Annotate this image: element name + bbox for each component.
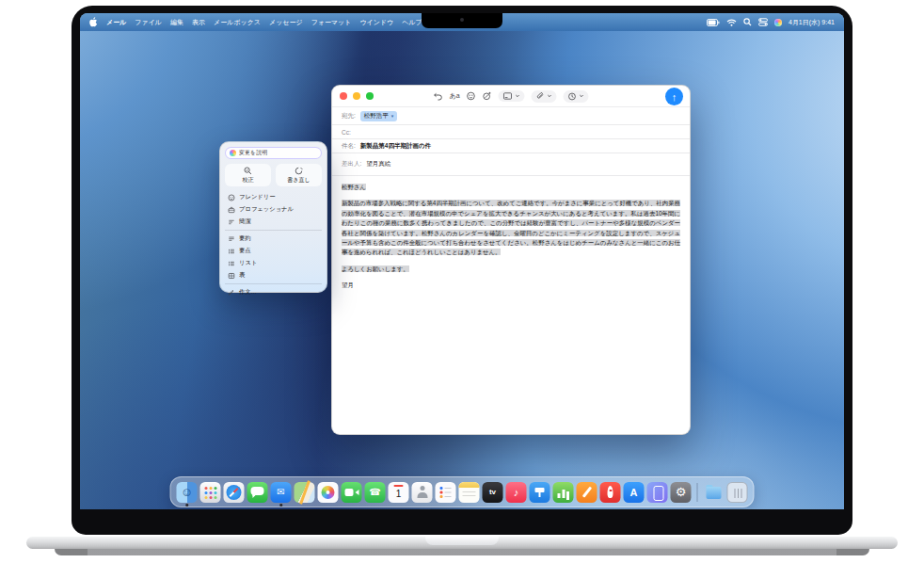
body-greeting: 松野さん xyxy=(342,184,366,190)
rewrite-label: 書き直し xyxy=(287,176,310,185)
menu-format[interactable]: フォーマット xyxy=(311,18,352,27)
close-button[interactable] xyxy=(340,92,347,100)
from-value: 望月真絵 xyxy=(366,160,390,169)
dock-icon-numbers[interactable] xyxy=(553,482,574,503)
chevron-down-icon xyxy=(516,94,520,98)
attach-file-button[interactable] xyxy=(532,90,557,103)
siri-apple-intelligence-icon[interactable] xyxy=(774,19,782,26)
dock-icon-reminders[interactable] xyxy=(436,482,456,503)
list-item-option[interactable]: リスト xyxy=(225,257,322,269)
menu-file[interactable]: ファイル xyxy=(135,18,162,27)
undo-button[interactable] xyxy=(433,92,442,101)
control-center-icon[interactable] xyxy=(758,18,768,26)
macbook-screenshot: メール ファイル 編集 表示 メールボックス メッセージ フォーマット ウインド… xyxy=(0,0,924,563)
compose-pencil-icon xyxy=(227,289,235,297)
menu-help[interactable]: ヘルプ xyxy=(402,18,422,27)
battery-icon[interactable] xyxy=(707,19,720,26)
dock-icon-safari[interactable] xyxy=(224,482,245,503)
dock-icon-iphone-mirroring[interactable] xyxy=(647,482,668,503)
divider xyxy=(225,283,322,284)
magnifier-check-icon xyxy=(244,167,252,175)
dock-icon-system-settings[interactable]: ⚙ xyxy=(671,482,692,503)
summary-icon xyxy=(227,235,235,243)
dock-icon-downloads[interactable] xyxy=(704,482,725,503)
proofread-label: 校正 xyxy=(243,176,254,185)
dock-icon-apple-tv[interactable]: tv xyxy=(483,482,503,503)
send-button[interactable]: ↑ xyxy=(665,88,683,105)
summary-label: 要約 xyxy=(239,234,251,243)
chevron-down-icon xyxy=(548,94,552,98)
cc-label: Cc: xyxy=(342,129,351,136)
dock: ☺ ✉ ☎ 1 tv ♪ A ⚙ xyxy=(170,476,755,507)
subject-field[interactable]: 件名: 新製品第4四半期計画の件 xyxy=(332,139,690,153)
menu-window[interactable]: ウインドウ xyxy=(359,18,393,27)
zoom-button[interactable] xyxy=(366,92,374,100)
summary-item[interactable]: 要約 xyxy=(225,233,322,245)
dock-icon-facetime[interactable] xyxy=(342,482,362,503)
dock-icon-phone[interactable]: ☎ xyxy=(365,482,386,503)
dock-icon-keynote[interactable] xyxy=(530,482,550,503)
message-body[interactable]: 松野さん 新製品の市場参入戦略に関する第4四半期計画について、改めてご連絡です。… xyxy=(332,176,690,303)
macbook-base-notch xyxy=(425,537,499,545)
describe-change-placeholder: 変更を説明 xyxy=(239,149,267,157)
key-points-item[interactable]: 要点 xyxy=(225,245,322,257)
tone-concise-label: 簡潔 xyxy=(239,217,251,226)
to-field[interactable]: 宛先: 松野浩平 ▾ xyxy=(332,107,690,125)
tone-professional-item[interactable]: プロフェッショナル xyxy=(225,203,322,216)
menu-mailbox[interactable]: メールボックス xyxy=(214,18,261,27)
concise-lines-icon xyxy=(227,218,235,226)
menu-view[interactable]: 表示 xyxy=(192,18,205,27)
table-item[interactable]: 表 xyxy=(225,269,322,282)
cc-field[interactable]: Cc: xyxy=(332,125,690,139)
body-paragraph: 新製品の市場参入戦略に関する第4四半期計画について、改めてご連絡です。今がまさに… xyxy=(342,200,680,255)
dock-icon-photos[interactable] xyxy=(318,482,339,503)
rewrite-button[interactable]: 書き直し xyxy=(276,164,322,186)
writing-tools-button[interactable] xyxy=(483,91,492,101)
dock-icon-mail[interactable]: ✉ xyxy=(271,482,292,503)
tone-professional-label: プロフェッショナル xyxy=(239,205,294,214)
compose-item[interactable]: 作文… xyxy=(225,286,322,298)
dock-icon-rocket-app[interactable] xyxy=(600,482,621,503)
divider xyxy=(225,230,322,231)
dock-icon-music[interactable]: ♪ xyxy=(506,482,527,503)
menu-bar-clock[interactable]: 4月1日(水) 9:41 xyxy=(789,18,835,27)
briefcase-icon xyxy=(227,206,235,214)
menu-message[interactable]: メッセージ xyxy=(269,18,303,27)
send-later-button[interactable] xyxy=(564,90,589,103)
minimize-button[interactable] xyxy=(353,92,360,100)
proofread-button[interactable]: 校正 xyxy=(225,164,271,186)
dock-icon-calendar[interactable]: 1 xyxy=(389,482,409,503)
apple-menu-icon[interactable] xyxy=(89,17,98,28)
body-closing: よろしくお願いします。 xyxy=(342,265,409,272)
mail-compose-window: あa ↑ 宛先: 松野浩平 ▾ Cc: 件名: xyxy=(331,85,691,435)
apple-intelligence-icon xyxy=(230,150,236,156)
spotlight-search-icon[interactable] xyxy=(743,18,752,26)
recipient-token[interactable]: 松野浩平 ▾ xyxy=(360,111,398,121)
running-indicator xyxy=(185,504,188,507)
dock-icon-pages[interactable] xyxy=(577,482,597,503)
from-field[interactable]: 差出人: 望月真絵 xyxy=(332,153,690,176)
tone-concise-item[interactable]: 簡潔 xyxy=(225,216,322,228)
describe-change-field[interactable]: 変更を説明 xyxy=(225,147,322,159)
window-titlebar[interactable]: あa ↑ xyxy=(332,86,690,107)
tone-friendly-item[interactable]: フレンドリー xyxy=(225,191,322,203)
dock-icon-app-store[interactable]: A xyxy=(624,482,645,503)
menu-edit[interactable]: 編集 xyxy=(170,18,183,27)
smiley-icon xyxy=(227,194,235,201)
list-icon xyxy=(227,260,235,267)
emoji-button[interactable] xyxy=(467,91,476,101)
dock-icon-trash[interactable] xyxy=(727,482,748,503)
recipient-name: 松野浩平 xyxy=(364,112,389,121)
text-format-button[interactable]: あa xyxy=(449,91,459,101)
dock-icon-contacts[interactable] xyxy=(412,482,433,503)
from-label: 差出人: xyxy=(342,160,361,169)
wifi-icon[interactable] xyxy=(726,19,737,26)
format-options-button[interactable] xyxy=(499,90,525,102)
dock-icon-notes[interactable] xyxy=(459,482,480,503)
dock-icon-launchpad[interactable] xyxy=(200,482,221,503)
dock-icon-maps[interactable] xyxy=(295,482,315,503)
menu-app-name[interactable]: メール xyxy=(106,18,126,27)
dock-icon-finder[interactable]: ☺ xyxy=(177,482,198,503)
dock-icon-messages[interactable] xyxy=(247,482,268,503)
chevron-down-icon xyxy=(580,94,584,98)
